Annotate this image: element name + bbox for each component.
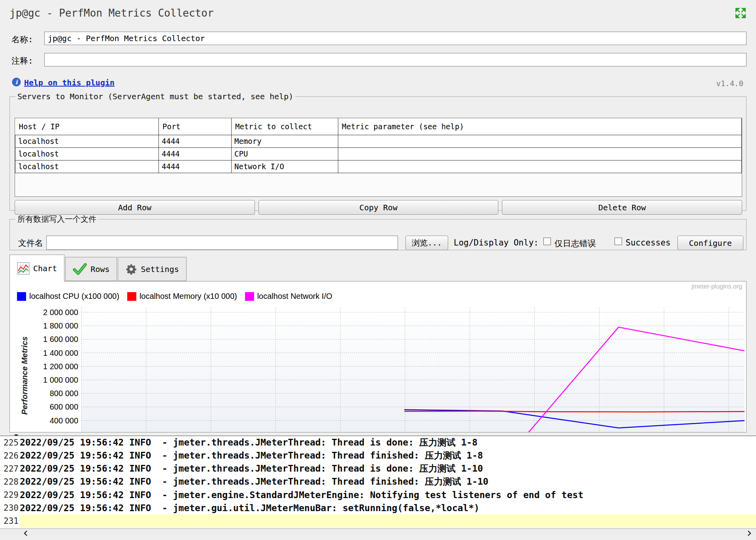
gear-icon — [125, 263, 137, 275]
servers-group-title: Servers to Monitor (ServerAgent must be … — [15, 92, 295, 101]
param-cell[interactable] — [338, 147, 742, 160]
log-line-number: 228 — [0, 477, 20, 487]
scroll-right-icon[interactable] — [746, 530, 752, 538]
metric-cell[interactable]: Network I/O — [232, 160, 338, 173]
filename-label: 文件名 — [18, 238, 43, 249]
info-icon: i — [12, 77, 21, 87]
column-header: Metric parameter (see help) — [338, 118, 742, 135]
legend-item: localhost Network I/O — [245, 292, 332, 301]
version-label: v1.4.0 — [716, 79, 743, 88]
log-line-number: 227 — [0, 464, 20, 474]
name-label: 名称: — [11, 34, 33, 45]
browse-button[interactable]: 浏览... — [405, 236, 448, 250]
host-cell[interactable]: localhost — [15, 135, 159, 147]
log-line-number: 230 — [0, 503, 20, 513]
y-tick-label: 1 400 000 — [43, 349, 78, 357]
log-line: 2272022/09/25 19:56:42 INFO - jmeter.thr… — [0, 462, 756, 475]
port-cell[interactable]: 4444 — [159, 147, 232, 160]
page-title: jp@gc - PerfMon Metrics Collector — [9, 7, 214, 19]
column-header: Metric to collect — [232, 118, 338, 135]
file-group-title: 所有数据写入一个文件 — [15, 214, 98, 225]
log-line: 231 — [0, 514, 756, 527]
log-line-number: 225 — [0, 438, 20, 447]
horizontal-scrollbar[interactable] — [0, 529, 756, 537]
servers-group: Servers to Monitor (ServerAgent must be … — [9, 92, 747, 211]
param-cell[interactable] — [338, 135, 742, 147]
y-tick-label: 1 600 000 — [43, 335, 78, 344]
log-line-text: 2022/09/25 19:56:42 INFO - jmeter.thread… — [20, 449, 756, 462]
log-line-number: 229 — [0, 490, 20, 500]
y-tick-label: 1 800 000 — [43, 321, 78, 330]
legend-label: localhost Network I/O — [257, 292, 332, 301]
copy-row-button[interactable]: Copy Row — [258, 200, 499, 215]
chart-legend: localhost CPU (x100 000)localhost Memory… — [17, 292, 332, 301]
watermark: jmeter-plugins.org — [692, 283, 742, 290]
errors-only-checkbox[interactable] — [543, 238, 551, 245]
comments-label: 注释: — [11, 55, 33, 66]
name-input[interactable] — [44, 32, 747, 45]
y-tick-label: 1 200 000 — [43, 362, 78, 371]
help-link[interactable]: Help on this plugin — [24, 78, 115, 87]
y-tick-label: 800 000 — [50, 389, 78, 398]
log-line-text: 2022/09/25 19:56:42 INFO - jmeter.thread… — [20, 436, 756, 449]
y-tick-label: 1 000 000 — [43, 376, 78, 384]
chart-icon — [17, 262, 30, 275]
tab-settings[interactable]: Settings — [118, 257, 186, 281]
host-cell[interactable]: localhost — [15, 160, 159, 173]
y-tick-label: 2 000 000 — [43, 308, 78, 317]
comments-input[interactable] — [44, 53, 747, 66]
errors-only-label[interactable]: 仅日志错误 — [554, 238, 596, 249]
chart-panel: localhost CPU (x100 000)localhost Memory… — [9, 281, 747, 432]
scroll-left-icon[interactable] — [23, 530, 29, 538]
host-cell[interactable]: localhost — [15, 147, 159, 160]
port-cell[interactable]: 4444 — [159, 160, 232, 173]
server-row: localhost4444Network I/O — [15, 160, 742, 173]
table-buttons: Add Row Copy Row Delete Row — [15, 200, 742, 215]
filename-input[interactable] — [46, 236, 398, 250]
metric-cell[interactable]: Memory — [232, 135, 338, 147]
delete-row-button[interactable]: Delete Row — [502, 200, 742, 215]
servers-table: Host / IPPortMetric to collectMetric par… — [15, 118, 742, 173]
legend-swatch — [127, 292, 136, 301]
table-header-row: Host / IPPortMetric to collectMetric par… — [15, 118, 742, 135]
column-header: Host / IP — [15, 118, 159, 135]
legend-label: localhost CPU (x100 000) — [29, 292, 119, 301]
log-display-only-label: Log/Display Only: — [454, 238, 539, 247]
log-line: 2262022/09/25 19:56:42 INFO - jmeter.thr… — [0, 449, 756, 462]
log-line-text: 2022/09/25 19:56:42 INFO - jmeter.gui.ut… — [20, 503, 756, 513]
y-tick-label: 600 000 — [50, 402, 78, 411]
log-line: 2302022/09/25 19:56:42 INFO - jmeter.gui… — [0, 501, 756, 514]
log-line-text: 2022/09/25 19:56:42 INFO - jmeter.thread… — [20, 463, 756, 475]
expand-icon[interactable] — [735, 7, 747, 19]
log-line: 2292022/09/25 19:56:42 INFO - jmeter.eng… — [0, 488, 756, 501]
log-line: 2282022/09/25 19:56:42 INFO - jmeter.thr… — [0, 475, 756, 488]
tabbar: Chart Rows Settings — [9, 254, 187, 281]
log-panel[interactable]: 2252022/09/25 19:56:42 INFO - jmeter.thr… — [0, 436, 756, 528]
server-row: localhost4444Memory — [15, 135, 742, 147]
file-group: 所有数据写入一个文件 文件名 浏览... Log/Display Only: 仅… — [9, 214, 747, 250]
tab-chart[interactable]: Chart — [9, 255, 64, 281]
legend-item: localhost Memory (x10 000) — [127, 292, 237, 301]
chart-svg: 2 000 0001 800 0001 600 0001 400 0001 20… — [10, 281, 745, 432]
successes-checkbox[interactable] — [615, 238, 622, 245]
tab-rows-label: Rows — [90, 264, 109, 274]
log-line-text: 2022/09/25 19:56:42 INFO - jmeter.engine… — [20, 490, 756, 500]
y-tick-label: 400 000 — [50, 416, 78, 425]
tab-chart-label: Chart — [33, 264, 57, 273]
y-axis-label: Performance Metrics — [20, 332, 30, 419]
configure-button[interactable]: Configure — [677, 236, 743, 250]
legend-item: localhost CPU (x100 000) — [17, 292, 119, 301]
metric-cell[interactable]: CPU — [232, 147, 338, 160]
legend-swatch — [17, 292, 26, 301]
log-line: 2252022/09/25 19:56:42 INFO - jmeter.thr… — [0, 436, 756, 449]
successes-label[interactable]: Successes — [626, 238, 671, 247]
checkmark-icon — [73, 263, 87, 276]
tab-rows[interactable]: Rows — [65, 257, 117, 281]
log-line-text — [20, 514, 756, 527]
tab-settings-label: Settings — [141, 264, 179, 274]
log-splitter[interactable] — [0, 432, 756, 436]
add-row-button[interactable]: Add Row — [15, 200, 255, 215]
param-cell[interactable] — [338, 160, 742, 173]
port-cell[interactable]: 4444 — [159, 135, 232, 147]
legend-swatch — [245, 292, 254, 301]
